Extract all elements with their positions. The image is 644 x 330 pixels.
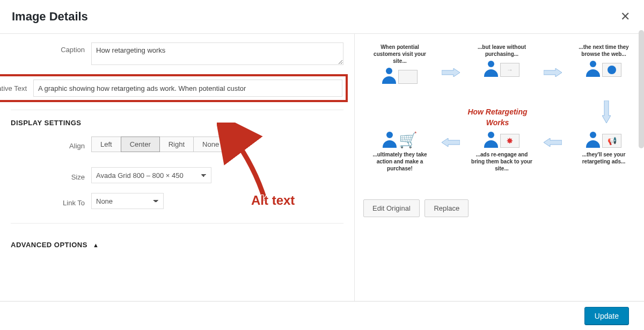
arrow-left-icon	[442, 138, 460, 147]
person-icon	[383, 132, 397, 148]
replace-button[interactable]: Replace	[425, 199, 469, 217]
website-icon	[398, 70, 418, 84]
globe-icon	[602, 63, 621, 77]
align-none-button[interactable]: None	[193, 137, 228, 152]
display-settings-heading: DISPLAY SETTINGS	[11, 119, 343, 127]
alt-text-highlight-box: Alternative Text	[0, 74, 348, 102]
alt-text-label: Alternative Text	[0, 84, 33, 92]
caret-up-icon: ▲	[93, 242, 99, 248]
size-label: Size	[11, 170, 91, 181]
exit-icon: →	[500, 63, 519, 77]
align-button-group: Left Center Right None	[91, 137, 228, 152]
advanced-options-label: ADVANCED OPTIONS	[11, 241, 87, 249]
ad-alert-icon: ✸	[500, 134, 519, 148]
arrow-down-icon	[602, 101, 611, 125]
preview-step5-text: ...ads re-engage and bring them back to …	[470, 151, 534, 172]
preview-step6-text: ...ultimately they take action and make …	[368, 151, 432, 172]
caption-label: Caption	[11, 42, 91, 54]
align-left-button[interactable]: Left	[91, 137, 121, 152]
edit-original-button[interactable]: Edit Original	[363, 199, 420, 217]
person-icon	[484, 61, 498, 77]
align-center-button[interactable]: Center	[121, 137, 160, 152]
person-icon	[382, 68, 396, 84]
person-icon	[586, 132, 600, 148]
preview-step1-text: When potential customers visit your site…	[368, 44, 432, 64]
alt-text-input[interactable]	[33, 80, 342, 97]
person-icon	[586, 61, 600, 77]
size-select[interactable]: Avada Grid 800 – 800 × 450	[91, 167, 211, 183]
preview-step4-text: ...they'll see your retargeting ads...	[572, 151, 636, 165]
scrollbar-thumb[interactable]	[639, 30, 644, 148]
caption-input[interactable]: How retargeting works	[91, 42, 343, 65]
preview-graphic-title: How Retargeting Works	[457, 107, 538, 128]
megaphone-icon: 📢	[602, 134, 621, 148]
preview-step3-text: ...the next time they browse the web...	[572, 44, 636, 58]
linkto-select[interactable]: None	[91, 193, 164, 209]
arrow-left-icon	[544, 138, 562, 147]
preview-pane: When potential customers visit your site…	[354, 34, 644, 305]
arrow-right-icon	[544, 68, 562, 77]
modal-footer: Update	[0, 301, 644, 330]
update-button[interactable]: Update	[584, 307, 629, 325]
align-right-button[interactable]: Right	[159, 137, 194, 152]
person-icon	[484, 132, 498, 148]
linkto-label: Link To	[11, 196, 91, 207]
align-label: Align	[11, 139, 91, 150]
modal-title: Image Details	[12, 10, 88, 24]
preview-step2-text: ...but leave without purchasing...	[470, 44, 534, 58]
close-icon[interactable]: ✕	[618, 8, 632, 26]
image-preview: When potential customers visit your site…	[363, 44, 635, 193]
settings-pane: Caption How retargeting works Alternativ…	[0, 34, 354, 305]
cart-icon: 🛒	[399, 133, 418, 148]
advanced-options-toggle[interactable]: ADVANCED OPTIONS ▲	[11, 241, 343, 249]
arrow-right-icon	[442, 68, 460, 77]
